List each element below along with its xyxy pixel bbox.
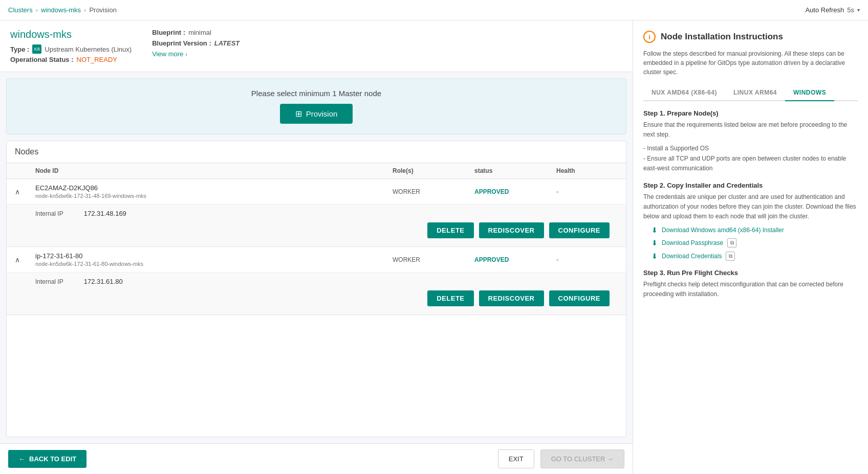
nodes-table-header: Node ID Role(s) status Health	[7, 163, 626, 179]
tab-windows[interactable]: WINDOWS	[785, 85, 834, 101]
delete-button-0[interactable]: DELETE	[427, 222, 473, 238]
step-3-title: Step 3. Run Pre Flight Checks	[643, 269, 858, 277]
auto-refresh-value: 5s	[847, 6, 854, 14]
internal-ip-row-1: Internal IP 172.31.61.80	[35, 278, 618, 285]
step-2: Step 2. Copy Installer and Credentials T…	[643, 182, 858, 261]
node-id-sub-1: node-kn5dw6k-172-31-61-80-windows-mks	[35, 261, 393, 267]
node-status-0[interactable]: APPROVED	[474, 188, 556, 195]
copy-passphrase-icon[interactable]: ⧉	[727, 238, 736, 247]
node-row-container-0: ∧ EC2AMAZ-D2KJQ86 node-kn5dw6k-172-31-48…	[7, 179, 626, 247]
step-1: Step 1. Prepare Node(s) Ensure that the …	[643, 109, 858, 173]
internal-ip-value-0: 172.31.48.169	[84, 210, 126, 217]
auto-refresh[interactable]: Auto Refresh 5s ▾	[805, 6, 860, 14]
copy-credentials-icon[interactable]: ⧉	[726, 252, 735, 261]
table-row: ∧ EC2AMAZ-D2KJQ86 node-kn5dw6k-172-31-48…	[7, 179, 626, 204]
breadcrumb-clusters[interactable]: Clusters	[8, 6, 33, 14]
view-more-link[interactable]: View more ›	[152, 50, 240, 58]
node-detail-row-0: Internal IP 172.31.48.169 DELETE REDISCO…	[7, 204, 626, 246]
view-more-arrow-icon: ›	[185, 51, 187, 57]
kubernetes-icon: K8	[32, 44, 41, 54]
chevron-down-icon: ▾	[857, 7, 860, 13]
back-to-edit-button[interactable]: ← BACK TO EDIT	[8, 450, 86, 468]
download-icon: ⬇	[652, 252, 658, 260]
step-1-desc: Ensure that the requirements listed belo…	[643, 120, 858, 140]
go-to-cluster-button: GO TO CLUSTER →	[540, 449, 624, 468]
node-id-sub-0: node-kn5dw6k-172-31-48-169-windows-mks	[35, 193, 393, 199]
instructions-header: i Node Installation Instructions	[643, 31, 858, 43]
rediscover-button-0[interactable]: REDISCOVER	[479, 222, 544, 238]
step-3: Step 3. Run Pre Flight Checks Preflight …	[643, 269, 858, 299]
breadcrumb-cluster-name[interactable]: windows-mks	[41, 6, 81, 14]
main-layout: windows-mks Type : K8 Upstream Kubernete…	[0, 20, 868, 474]
node-id-block-1: ip-172-31-61-80 node-kn5dw6k-172-31-61-8…	[35, 252, 393, 267]
type-value: Upstream Kubernetes (Linux)	[45, 46, 132, 53]
right-panel: i Node Installation Instructions Follow …	[633, 20, 868, 474]
breadcrumb: Clusters › windows-mks › Provision	[8, 6, 117, 14]
right-panel-content: i Node Installation Instructions Follow …	[633, 20, 868, 474]
blueprint-version-value: LATEST	[214, 39, 240, 47]
configure-button-0[interactable]: CONFIGURE	[549, 222, 610, 238]
configure-button-1[interactable]: CONFIGURE	[549, 290, 610, 306]
tab-nux-amd64[interactable]: NUX AMD64 (X86-64)	[643, 85, 725, 101]
tab-linux-arm64[interactable]: LINUX ARM64	[725, 85, 785, 101]
node-status-1[interactable]: APPROVED	[474, 256, 556, 263]
step-1-title: Step 1. Prepare Node(s)	[643, 109, 858, 117]
download-credentials-link[interactable]: Download Credentials	[662, 253, 722, 260]
download-links: ⬇ Download Windows amd64 (x86-64) Instal…	[652, 226, 858, 261]
internal-ip-value-1: 172.31.61.80	[84, 278, 123, 285]
cluster-info: windows-mks Type : K8 Upstream Kubernete…	[0, 20, 633, 72]
breadcrumb-current: Provision	[89, 6, 116, 14]
node-health-0: -	[556, 188, 618, 195]
node-role-1: WORKER	[393, 256, 474, 263]
download-icon: ⬇	[652, 239, 658, 247]
info-icon: i	[643, 31, 656, 43]
internal-ip-label-1: Internal IP	[35, 278, 63, 285]
exit-button[interactable]: EXIT	[498, 449, 534, 468]
node-id-main-1: ip-172-31-61-80	[35, 252, 393, 260]
os-tabs: NUX AMD64 (X86-64) LINUX ARM64 WINDOWS	[643, 85, 858, 101]
node-health-1: -	[556, 256, 618, 263]
table-row: ∧ ip-172-31-61-80 node-kn5dw6k-172-31-61…	[7, 247, 626, 272]
provision-icon: ⊞	[295, 109, 302, 119]
blueprint-version-label: Blueprint Version :	[152, 39, 211, 47]
node-row-container-1: ∧ ip-172-31-61-80 node-kn5dw6k-172-31-61…	[7, 247, 626, 315]
col-roles: Role(s)	[393, 167, 474, 174]
col-health: Health	[556, 167, 618, 174]
back-to-edit-label: BACK TO EDIT	[29, 455, 76, 463]
rediscover-button-1[interactable]: REDISCOVER	[479, 290, 544, 306]
status-label: Operational Status :	[10, 56, 74, 63]
step-3-desc: Preflight checks help detect misconfigur…	[643, 280, 858, 299]
auto-refresh-label: Auto Refresh	[805, 6, 844, 14]
blueprint-label: Blueprint :	[152, 29, 185, 36]
download-passphrase-link[interactable]: Download Passphrase	[662, 239, 723, 246]
download-row-credentials: ⬇ Download Credentials ⧉	[652, 252, 858, 261]
col-toggle	[15, 167, 35, 174]
status-row: Operational Status : NOT_READY	[10, 56, 132, 63]
node-role-0: WORKER	[393, 188, 474, 195]
list-item: Install a Supported OS	[643, 144, 858, 153]
internal-ip-label-0: Internal IP	[35, 210, 63, 217]
left-panel: windows-mks Type : K8 Upstream Kubernete…	[0, 20, 633, 474]
top-bar: Clusters › windows-mks › Provision Auto …	[0, 0, 868, 20]
blueprint-row: Blueprint : minimal	[152, 29, 240, 36]
node-toggle-1[interactable]: ∧	[15, 256, 35, 264]
provision-message: Please select minimum 1 Master node	[251, 89, 381, 98]
node-detail-row-1: Internal IP 172.31.61.80 DELETE REDISCOV…	[7, 272, 626, 314]
node-id-main-0: EC2AMAZ-D2KJQ86	[35, 184, 393, 192]
download-installer-link[interactable]: Download Windows amd64 (x86-64) Installe…	[662, 227, 784, 234]
col-status: status	[474, 167, 556, 174]
back-arrow-icon: ←	[18, 455, 25, 463]
cluster-meta: Type : K8 Upstream Kubernetes (Linux) Op…	[10, 44, 132, 63]
cluster-info-right: Blueprint : minimal Blueprint Version : …	[152, 29, 240, 63]
type-row: Type : K8 Upstream Kubernetes (Linux)	[10, 44, 132, 54]
step-1-list: Install a Supported OS Ensure all TCP an…	[643, 144, 858, 173]
bottom-bar: ← BACK TO EDIT EXIT GO TO CLUSTER →	[0, 443, 633, 474]
delete-button-1[interactable]: DELETE	[427, 290, 473, 306]
instructions-desc: Follow the steps described for manual pr…	[643, 49, 858, 77]
node-toggle-0[interactable]: ∧	[15, 188, 35, 196]
list-item: Ensure all TCP and UDP ports are open be…	[643, 154, 858, 173]
download-icon: ⬇	[652, 226, 658, 234]
blueprint-version-row: Blueprint Version : LATEST	[152, 39, 240, 47]
provision-button[interactable]: ⊞ Provision	[280, 104, 353, 124]
status-value: NOT_READY	[77, 56, 117, 63]
